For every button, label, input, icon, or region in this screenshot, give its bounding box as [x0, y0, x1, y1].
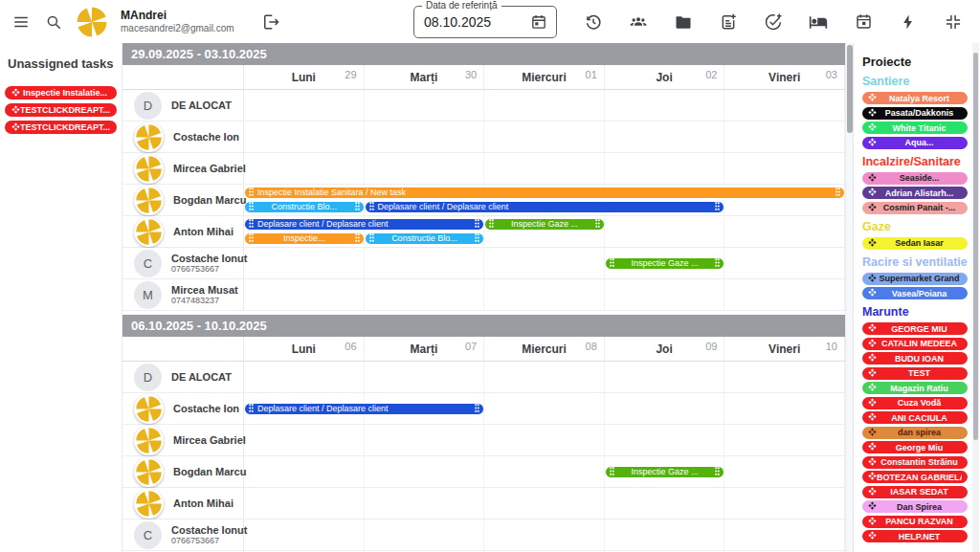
project-chip[interactable]: BOTEZAN GABRIELA: [862, 471, 968, 483]
day-cell[interactable]: [724, 248, 845, 278]
calendar-picker-icon[interactable]: [527, 11, 550, 33]
day-cell[interactable]: [724, 216, 845, 247]
day-cell[interactable]: [724, 488, 845, 519]
project-chip[interactable]: Cuza Vodă: [862, 397, 968, 409]
day-cell[interactable]: [365, 425, 485, 455]
day-cell[interactable]: [724, 90, 845, 121]
day-cell[interactable]: [244, 425, 365, 455]
day-cell[interactable]: [365, 279, 485, 310]
search-icon[interactable]: [42, 11, 65, 33]
unassigned-task-chip[interactable]: Inspectie Instalatie...: [5, 86, 117, 99]
day-cell[interactable]: [244, 362, 365, 392]
day-cell[interactable]: [244, 153, 365, 184]
day-cell[interactable]: [484, 362, 605, 392]
task-bar[interactable]: Deplasare client / Deplasare client: [365, 201, 725, 213]
day-cell[interactable]: [244, 248, 365, 278]
day-cell[interactable]: [365, 519, 485, 550]
hotel-icon[interactable]: [807, 11, 830, 33]
unassigned-task-chip[interactable]: TESTCLICKDREAPT...: [5, 121, 117, 134]
day-cell[interactable]: [484, 90, 605, 121]
day-cell[interactable]: [484, 153, 605, 184]
day-cell[interactable]: [365, 248, 485, 278]
day-cell[interactable]: [605, 519, 725, 550]
day-cell[interactable]: [484, 393, 605, 424]
drag-handle-icon[interactable]: [715, 258, 720, 269]
project-chip[interactable]: TEST: [862, 367, 968, 380]
day-cell[interactable]: [365, 456, 485, 487]
day-cell[interactable]: [484, 248, 605, 278]
project-chip[interactable]: Seaside...: [862, 172, 968, 185]
drag-handle-icon[interactable]: [475, 219, 479, 230]
project-chip[interactable]: HELP.NET: [862, 530, 968, 542]
task-bar[interactable]: Deplasare client / Deplasare client: [244, 218, 484, 231]
task-bar[interactable]: Inspectie Gaze ...: [484, 218, 605, 231]
day-cell[interactable]: [365, 90, 485, 121]
day-cell[interactable]: [365, 362, 485, 392]
day-cell[interactable]: [244, 488, 365, 519]
day-cell[interactable]: [724, 362, 845, 392]
bolt-icon[interactable]: [897, 11, 920, 33]
logout-icon[interactable]: [259, 11, 282, 33]
day-cell[interactable]: [724, 153, 845, 184]
project-chip[interactable]: IASAR SEDAT: [862, 486, 968, 498]
task-bar[interactable]: Inspectie...: [244, 232, 365, 245]
drag-handle-icon[interactable]: [475, 404, 479, 414]
day-cell[interactable]: [724, 393, 845, 424]
project-chip[interactable]: PANCU RAZVAN: [862, 516, 968, 528]
day-cell[interactable]: [484, 425, 605, 455]
day-cell[interactable]: [484, 488, 605, 519]
day-cell[interactable]: [724, 121, 845, 152]
day-cell[interactable]: [605, 216, 725, 247]
day-cell[interactable]: [605, 153, 725, 184]
day-cell[interactable]: [605, 121, 725, 152]
project-chip[interactable]: Supermarket Grand: [862, 273, 968, 285]
project-chip[interactable]: Sedan Iasar: [862, 237, 968, 250]
drag-handle-icon[interactable]: [715, 202, 720, 212]
add-note-icon[interactable]: [717, 11, 740, 33]
day-cell[interactable]: [605, 425, 725, 455]
drag-handle-icon[interactable]: [595, 219, 600, 230]
drag-handle-icon[interactable]: [355, 233, 360, 244]
projects-scrollbar-thumb[interactable]: [973, 53, 978, 440]
day-cell[interactable]: [605, 393, 725, 424]
project-chip[interactable]: Pasata/Dakkonis: [862, 107, 968, 120]
menu-icon[interactable]: [10, 11, 33, 33]
task-bar[interactable]: Inspectie Instalatie Sanitara / New task: [244, 187, 845, 199]
day-cell[interactable]: [484, 519, 605, 550]
task-bar[interactable]: Inspectie Gaze ...: [605, 257, 725, 270]
day-cell[interactable]: [484, 121, 605, 152]
day-cell[interactable]: [244, 279, 365, 310]
day-cell[interactable]: [484, 456, 605, 487]
history-icon[interactable]: [582, 11, 605, 33]
project-chip[interactable]: Magazin Ratiu: [862, 382, 968, 394]
add-task-icon[interactable]: [762, 11, 785, 33]
task-bar[interactable]: Deplasare client / Deplasare client: [244, 403, 484, 415]
project-chip[interactable]: ANI CACIULA: [862, 411, 968, 424]
project-chip[interactable]: Vasea/Poiana: [862, 287, 968, 299]
day-cell[interactable]: [605, 362, 725, 392]
reference-date-value[interactable]: 08.10.2025: [424, 14, 527, 30]
day-cell[interactable]: [365, 153, 485, 184]
team-icon[interactable]: [627, 11, 650, 33]
project-chip[interactable]: dan spirea: [862, 427, 968, 439]
folder-icon[interactable]: [672, 11, 695, 33]
task-bar[interactable]: Inspectie Gaze ...: [605, 466, 725, 478]
day-cell[interactable]: [244, 90, 365, 121]
project-chip[interactable]: George Miu: [862, 441, 968, 453]
drag-handle-icon[interactable]: [835, 188, 840, 198]
project-chip[interactable]: White Titanic: [862, 121, 968, 134]
day-cell[interactable]: [244, 121, 365, 152]
day-cell[interactable]: [605, 90, 725, 121]
day-cell[interactable]: [244, 519, 365, 550]
day-cell[interactable]: [244, 456, 365, 487]
task-bar[interactable]: Constructie Blo...: [365, 232, 485, 245]
project-chip[interactable]: CATALIN MEDEEA: [862, 338, 968, 350]
compress-icon[interactable]: [942, 11, 965, 33]
day-cell[interactable]: [724, 519, 845, 550]
day-cell[interactable]: [365, 488, 485, 519]
drag-handle-icon[interactable]: [355, 202, 360, 212]
project-chip[interactable]: Aqua...: [862, 137, 968, 149]
reference-date-field[interactable]: Data de referință 08.10.2025: [413, 6, 557, 38]
task-bar[interactable]: Constructie Blo...: [244, 201, 365, 213]
drag-handle-icon[interactable]: [715, 467, 720, 477]
